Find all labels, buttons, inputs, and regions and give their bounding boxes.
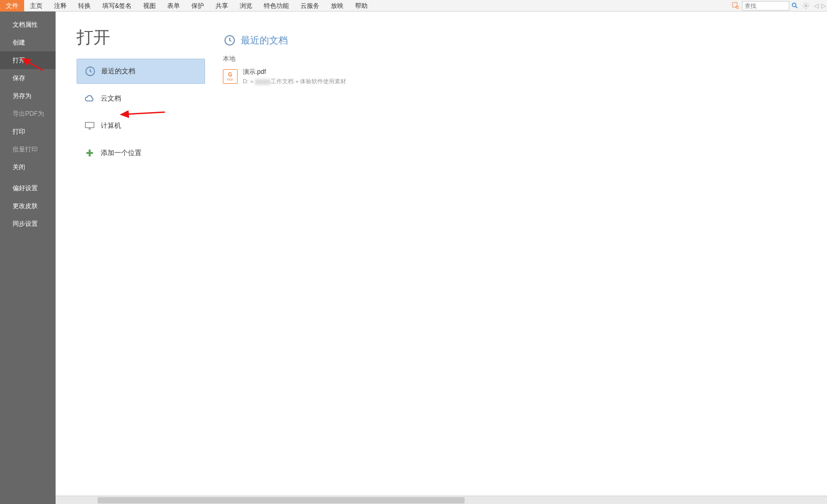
search-button[interactable] [790, 1, 800, 10]
tab-view[interactable]: 视图 [137, 0, 162, 12]
tab-help[interactable]: 帮助 [349, 0, 373, 12]
recent-file-row[interactable]: GPDF 演示.pdf D: » 工作文档 » 体验软件使用素材 [223, 65, 827, 87]
source-cloud[interactable]: 云文档 [77, 86, 205, 111]
svg-line-4 [796, 6, 798, 8]
sidebar-item-export[interactable]: 导出PDF为 [0, 105, 56, 123]
page-title: 打开 [77, 26, 205, 49]
sidebar-item-create[interactable]: 创建 [0, 34, 56, 51]
clock-icon [83, 64, 97, 78]
svg-rect-0 [733, 2, 737, 7]
file-path: D: » 工作文档 » 体验软件使用素材 [243, 78, 346, 85]
top-menu-bar: 文件 主页 注释 转换 填写&签名 视图 表单 保护 共享 浏览 特色功能 云服… [0, 0, 827, 12]
svg-rect-7 [85, 123, 94, 128]
tab-features[interactable]: 特色功能 [258, 0, 295, 12]
tab-slideshow[interactable]: 放映 [325, 0, 349, 12]
plus-icon [83, 146, 96, 160]
tab-browse[interactable]: 浏览 [234, 0, 258, 12]
sidebar-item-skin[interactable]: 更改皮肤 [0, 197, 56, 215]
file-name: 演示.pdf [243, 68, 346, 76]
source-label: 云文档 [101, 94, 121, 103]
svg-line-2 [738, 8, 739, 9]
settings-gear-icon[interactable] [801, 1, 811, 11]
find-highlight-icon[interactable] [732, 2, 740, 10]
sidebar-item-batchprint[interactable]: 批量打印 [0, 140, 56, 158]
sidebar-item-preferences[interactable]: 偏好设置 [0, 179, 56, 197]
source-label: 添加一个位置 [101, 148, 142, 158]
tab-form[interactable]: 表单 [162, 0, 186, 12]
horizontal-scrollbar[interactable] [56, 496, 827, 504]
source-computer[interactable]: 计算机 [77, 113, 205, 138]
svg-point-3 [792, 3, 796, 6]
cloud-icon [83, 92, 96, 105]
tab-file[interactable]: 文件 [0, 0, 24, 12]
file-sidebar: 文档属性 创建 打开 保存 另存为 导出PDF为 打印 批量打印 关闭 偏好设置… [0, 12, 56, 504]
tab-share[interactable]: 共享 [210, 0, 234, 12]
source-label: 最近的文档 [101, 67, 135, 76]
section-local-label: 本地 [223, 54, 827, 63]
tab-fillsign[interactable]: 填写&签名 [96, 0, 137, 12]
source-recent[interactable]: 最近的文档 [77, 59, 205, 84]
tab-annotate[interactable]: 注释 [48, 0, 72, 12]
sidebar-item-save[interactable]: 保存 [0, 69, 56, 87]
source-add-place[interactable]: 添加一个位置 [77, 140, 205, 166]
sidebar-item-saveas[interactable]: 另存为 [0, 87, 56, 105]
open-sources-panel: 打开 最近的文档 云文档 [56, 12, 205, 504]
nav-next-icon[interactable]: ▷ [820, 1, 827, 11]
search-input[interactable] [742, 1, 789, 10]
source-label: 计算机 [101, 121, 121, 130]
sidebar-item-properties[interactable]: 文档属性 [0, 16, 56, 34]
tab-convert[interactable]: 转换 [72, 0, 96, 12]
sidebar-item-open[interactable]: 打开 [0, 51, 56, 69]
scrollbar-thumb[interactable] [98, 497, 465, 503]
clock-icon [223, 34, 237, 47]
tab-protect[interactable]: 保护 [186, 0, 210, 12]
svg-point-5 [805, 5, 807, 7]
tab-cloud[interactable]: 云服务 [295, 0, 325, 12]
sidebar-item-print[interactable]: 打印 [0, 123, 56, 140]
recent-title: 最近的文档 [241, 34, 288, 47]
sidebar-item-sync[interactable]: 同步设置 [0, 215, 56, 233]
recent-files-panel: 最近的文档 本地 GPDF 演示.pdf D: » 工作文档 » 体验软件使用素… [205, 12, 827, 504]
tab-home[interactable]: 主页 [24, 0, 48, 12]
sidebar-item-close[interactable]: 关闭 [0, 158, 56, 176]
pdf-file-icon: GPDF [223, 69, 238, 84]
computer-icon [83, 119, 96, 133]
nav-prev-icon[interactable]: ◁ [812, 1, 820, 11]
